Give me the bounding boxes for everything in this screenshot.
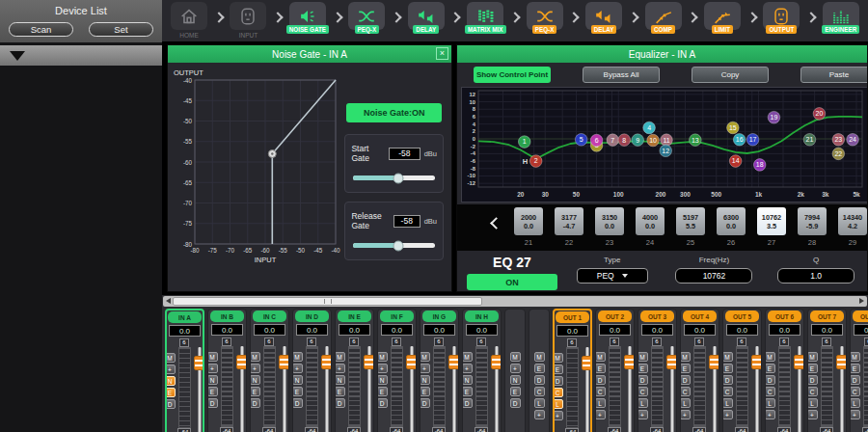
eq-band-box[interactable]: 3177-4.7 <box>555 207 583 235</box>
strip-btn-c[interactable]: C <box>765 387 775 396</box>
strip-btn-e[interactable]: E <box>534 364 545 373</box>
fader-handle[interactable] <box>321 355 333 369</box>
fader-handle[interactable] <box>836 355 848 369</box>
eq-point-23[interactable]: 23 <box>832 133 845 146</box>
strip-btn-d[interactable]: D <box>335 398 345 408</box>
eq-graph[interactable]: 121086420-2-4-6-8-10-1231H24567891011121… <box>461 87 868 202</box>
fader-handle[interactable] <box>236 355 248 369</box>
toolbar-item-peq-x-input[interactable]: PEQ-X <box>345 2 388 34</box>
mixer-strip-out-4[interactable]: OUT 40.0MEDCL+6-64 <box>680 309 719 432</box>
strip-btn-+[interactable]: + <box>462 364 473 373</box>
channel-value[interactable]: 0.0 <box>339 324 370 336</box>
strip-btn-n[interactable]: N <box>292 375 303 385</box>
toolbar-item-input[interactable]: INPUT <box>227 2 269 39</box>
eq-band-22[interactable]: 3177-4.722 <box>555 207 583 247</box>
strip-btn-e[interactable]: E <box>165 388 176 397</box>
eq-band-box[interactable]: 40000.0 <box>636 207 665 235</box>
type-dropdown[interactable]: PEQ <box>577 268 648 284</box>
mixer-strip-bus[interactable]: MEDCL+ <box>529 309 550 432</box>
strip-btn-d[interactable]: D <box>165 399 176 409</box>
eq-point-9[interactable]: 9 <box>632 134 644 147</box>
toolbar-item-matrix-mix[interactable]: MATRIX MIX <box>464 2 506 34</box>
toolbar-item-comp[interactable]: COMP <box>642 2 685 34</box>
scroll-left-arrow-icon[interactable] <box>166 298 171 304</box>
noise-gate-on-button[interactable]: Noise Gate:ON <box>346 103 442 122</box>
eq-point-13[interactable]: 13 <box>690 134 702 147</box>
scroll-right-arrow-icon[interactable] <box>859 298 864 304</box>
fader-handle[interactable] <box>406 355 418 369</box>
strip-btn-d[interactable]: D <box>207 398 218 408</box>
strip-btn-l[interactable]: L <box>553 399 563 409</box>
toolbar-item-output[interactable]: OUTPUT <box>760 2 802 34</box>
eq-point-8[interactable]: 8 <box>618 134 631 147</box>
mixer-strip-in-d[interactable]: IN D0.0M+NED6-64 <box>292 309 332 432</box>
eq-point-22[interactable]: 22 <box>832 148 845 160</box>
strip-btn-+[interactable]: + <box>292 364 303 373</box>
strip-btn-e[interactable]: E <box>510 387 521 396</box>
strip-btn-+[interactable]: + <box>553 411 563 420</box>
strip-btn-n[interactable]: N <box>165 376 176 386</box>
fader-handle[interactable] <box>751 355 763 369</box>
channel-value[interactable]: 0.0 <box>726 324 758 336</box>
strip-btn-m[interactable]: M <box>807 352 818 362</box>
strip-btn-l[interactable]: L <box>680 398 691 408</box>
eq-point-17[interactable]: 17 <box>746 133 759 146</box>
mixer-strip-out-7[interactable]: OUT 70.0MEDCL+6-64 <box>807 309 847 432</box>
fader-handle[interactable] <box>448 355 460 369</box>
strip-btn-l[interactable]: L <box>722 398 733 408</box>
strip-btn-d[interactable]: D <box>510 398 521 408</box>
strip-btn-e[interactable]: E <box>553 364 563 374</box>
strip-btn-c[interactable]: C <box>807 387 818 396</box>
channel-value[interactable]: 0.0 <box>254 324 285 336</box>
strip-btn-c[interactable]: C <box>595 387 606 396</box>
fader-handle[interactable] <box>364 355 375 369</box>
strip-btn-m[interactable]: M <box>850 352 860 362</box>
eq-band-26[interactable]: 63000.026 <box>717 207 746 247</box>
chevron-left-icon[interactable] <box>490 217 502 230</box>
strip-btn-d[interactable]: D <box>722 375 733 385</box>
mixer-strip-in-g[interactable]: IN G0.0M+NED6-64 <box>420 309 459 432</box>
eq-point-10[interactable]: 10 <box>647 134 660 147</box>
device-list-dropdown[interactable] <box>0 45 162 66</box>
strip-btn-e[interactable]: E <box>595 364 606 373</box>
strip-btn-d[interactable]: D <box>462 398 473 408</box>
toolbar-item-delay-output[interactable]: DELAY <box>583 2 625 34</box>
strip-btn-m[interactable]: M <box>420 352 430 362</box>
mixer-strip-out-8[interactable]: OUT 80.0MEDCL+6-64 <box>850 309 868 432</box>
strip-btn-n[interactable]: N <box>377 375 388 385</box>
strip-btn-d[interactable]: D <box>292 398 303 408</box>
eq-point-14[interactable]: 14 <box>729 155 742 168</box>
strip-btn-d[interactable]: D <box>765 375 775 385</box>
eq-point-5[interactable]: 5 <box>575 133 587 146</box>
strip-btn-e[interactable]: E <box>807 364 818 373</box>
eq-band-box[interactable]: 143404.2 <box>838 207 867 235</box>
eq-band-24[interactable]: 40000.024 <box>636 207 665 247</box>
strip-btn-+[interactable]: + <box>420 364 430 373</box>
bypass-all-button[interactable]: Bypass All <box>583 67 660 83</box>
strip-btn-+[interactable]: + <box>807 410 818 419</box>
fader-track[interactable] <box>491 346 502 432</box>
strip-btn-+[interactable]: + <box>850 410 860 419</box>
fader-handle[interactable] <box>666 355 678 369</box>
channel-value[interactable]: 0.0 <box>169 325 201 337</box>
strip-btn-e[interactable]: E <box>765 364 775 373</box>
eq-band-box[interactable]: 7994-5.9 <box>798 207 827 235</box>
fader-track[interactable] <box>321 346 333 432</box>
eq-point-2[interactable]: H2 <box>523 155 542 168</box>
strip-btn-m[interactable]: M <box>680 352 691 362</box>
eq-band-25[interactable]: 51975.525 <box>676 207 705 247</box>
fader-track[interactable] <box>582 347 593 432</box>
channel-value[interactable]: 0.0 <box>684 324 716 336</box>
fader-track[interactable] <box>406 346 418 432</box>
strip-btn-+[interactable]: + <box>595 410 606 419</box>
strip-btn-n[interactable]: N <box>250 375 260 385</box>
mixer-strip-out-6[interactable]: OUT 60.0MEDCL+6-64 <box>765 309 804 432</box>
strip-btn-d[interactable]: D <box>534 375 545 385</box>
fader-track[interactable] <box>666 346 678 432</box>
toolbar-item-limit[interactable]: LIMIT <box>701 2 744 34</box>
start-gate-value[interactable]: -58 <box>389 148 420 160</box>
strip-btn-c[interactable]: C <box>553 388 563 397</box>
fader-handle[interactable] <box>794 355 805 369</box>
fader-track[interactable] <box>364 346 375 432</box>
channel-value[interactable]: 0.0 <box>556 325 588 337</box>
